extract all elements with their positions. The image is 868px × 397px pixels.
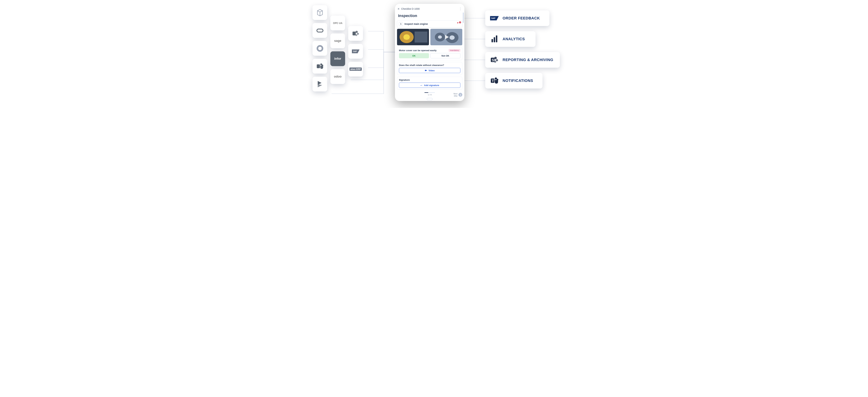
output-targets: SAP ORDER FEEDBACK ANALYTICS S REPORTING… [485, 10, 560, 89]
flag-badge: 1 [459, 21, 461, 24]
checklist-header: ✕ Checklist D-1000 ⋮ [397, 6, 462, 12]
sap-icon: SAP [348, 44, 363, 59]
step-photos [397, 29, 462, 45]
output-label: ORDER FEEDBACK [503, 16, 540, 21]
powerbi-icon [490, 35, 499, 43]
svg-rect-24 [496, 35, 497, 42]
pager: 1 / 4 Next step ❯ [397, 92, 462, 97]
question-shaft-clearance: Does the shaft rotate without clearance?… [397, 62, 462, 75]
more-icon[interactable]: ⋮ [459, 7, 462, 11]
output-notifications: T NOTIFICATIONS [485, 73, 542, 89]
signature-icon [420, 84, 423, 87]
output-label: NOTIFICATIONS [503, 78, 533, 83]
home-button[interactable] [427, 98, 433, 100]
question-signature: Signature Add signature [397, 77, 462, 90]
question-text: Signature [399, 78, 410, 81]
step-label: Inspect main engine [404, 23, 428, 25]
step-row[interactable]: 1 Inspect main engine 1 [397, 21, 462, 27]
sage-icon: sage [330, 33, 345, 48]
page-indicator: 1 / 4 [428, 94, 431, 96]
sap-icon: SAP [490, 14, 499, 23]
svg-point-27 [494, 57, 497, 59]
not-ok-button[interactable]: Not OK [430, 53, 460, 58]
svg-rect-0 [317, 29, 323, 32]
svg-text:T: T [492, 79, 494, 83]
teams-icon: T [490, 76, 499, 85]
oracle-icon [312, 23, 327, 38]
step-number: 1 [399, 22, 403, 26]
svg-text:S: S [492, 58, 494, 62]
next-step-button[interactable]: Next step ❯ [454, 93, 462, 97]
abas-icon: abas ERP [348, 62, 363, 76]
svg-point-18 [450, 35, 455, 40]
next-step-label: Next step [454, 93, 458, 97]
infor-icon: infor [330, 52, 345, 66]
question-text: Motor cover can be opened easily [399, 49, 437, 52]
teams-icon [312, 59, 327, 73]
svg-point-8 [355, 34, 357, 36]
chevron-right-icon: ❯ [459, 93, 462, 97]
photo-gears[interactable] [430, 29, 462, 45]
svg-point-28 [496, 59, 498, 61]
svg-rect-2 [317, 64, 320, 68]
mandatory-tag: mandatory [448, 49, 460, 52]
svg-rect-13 [414, 32, 427, 42]
svg-rect-22 [492, 39, 493, 42]
output-label: ANALYTICS [503, 37, 525, 41]
close-icon[interactable]: ✕ [397, 7, 400, 10]
video-icon [425, 69, 427, 72]
svg-point-17 [438, 35, 442, 39]
section-title: Inspection [398, 13, 461, 18]
output-reporting-archiving: S REPORTING & ARCHIVING [485, 52, 560, 68]
add-signature-button[interactable]: Add signature [399, 82, 460, 88]
scrollbar[interactable] [463, 12, 464, 23]
svg-point-29 [494, 61, 496, 63]
output-order-feedback: SAP ORDER FEEDBACK [485, 10, 550, 26]
dynamics-icon [312, 77, 327, 92]
svg-rect-23 [494, 37, 495, 42]
svg-point-32 [495, 77, 497, 80]
svg-rect-20 [425, 70, 426, 71]
svg-point-1 [317, 46, 322, 51]
output-analytics: ANALYTICS [485, 31, 535, 47]
sharepoint-icon: S [490, 56, 499, 64]
signature-label: Add signature [424, 84, 439, 87]
question-text: Does the shaft rotate without clearance? [399, 64, 444, 66]
svg-text:SAP: SAP [491, 17, 495, 19]
flag-icon[interactable]: 1 [457, 22, 460, 26]
source-integrations: OPC UA sage infor odoo SAP abas ERP [312, 5, 363, 92]
svg-rect-5 [352, 32, 355, 35]
output-label: REPORTING & ARCHIVING [503, 58, 553, 62]
opcua-icon: OPC UA [330, 15, 345, 30]
svg-point-7 [357, 33, 359, 35]
odoo-icon: odoo [330, 69, 345, 84]
video-label: Video [429, 69, 435, 72]
question-motor-cover: Motor cover can be opened easily mandato… [397, 47, 462, 60]
svg-text:SAP: SAP [353, 50, 357, 52]
svg-point-6 [355, 31, 358, 33]
3d-cube-icon [312, 5, 327, 20]
ok-button[interactable]: OK [399, 53, 429, 58]
sharepoint-icon [348, 26, 363, 41]
tablet-device: ✕ Checklist D-1000 ⋮ Inspection 1 Inspec… [395, 4, 464, 101]
circle-ring-icon [312, 41, 327, 56]
photo-motor-winding[interactable] [397, 29, 429, 45]
checklist-title: Checklist D-1000 [401, 7, 420, 10]
video-button[interactable]: Video [399, 68, 460, 73]
